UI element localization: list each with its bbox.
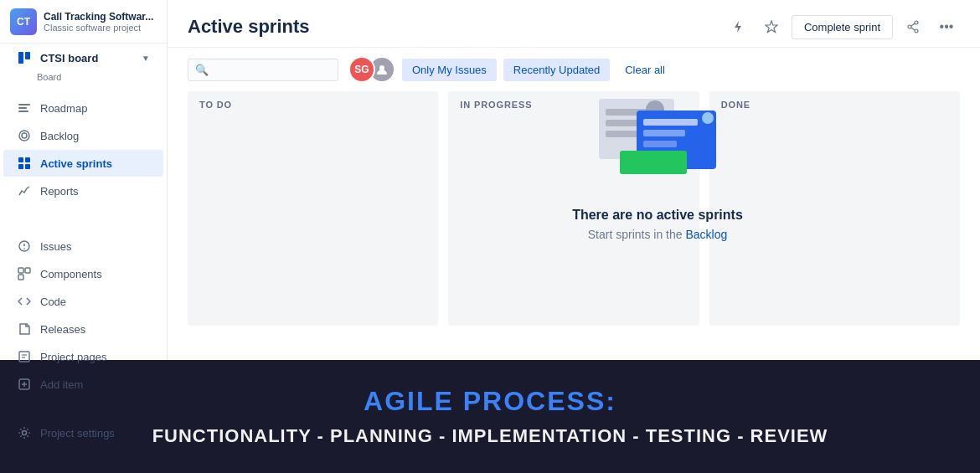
only-my-issues-button[interactable]: Only My Issues	[402, 59, 497, 81]
issues-icon	[17, 239, 32, 254]
svg-rect-14	[18, 268, 23, 273]
app-name: Call Tracking Softwar...	[44, 11, 157, 23]
svg-rect-8	[25, 157, 30, 162]
sidebar-item-add-item[interactable]: Add item	[3, 371, 163, 398]
svg-line-29	[911, 23, 915, 26]
board: TO DO IN PROGRESS DONE	[168, 91, 980, 360]
sidebar-item-reports[interactable]: Reports	[3, 177, 163, 204]
svg-point-23	[23, 431, 27, 435]
column-body-done	[709, 118, 960, 326]
svg-rect-10	[25, 164, 30, 169]
board-chevron-icon: ▼	[142, 54, 150, 63]
banner-title: AGILE PROCESS:	[364, 386, 616, 417]
avatar-sg[interactable]: SG	[348, 56, 375, 83]
share-icon-btn[interactable]	[900, 13, 926, 40]
project-settings-label: Project settings	[40, 427, 115, 440]
sidebar-item-roadmap[interactable]: Roadmap	[3, 95, 163, 121]
toolbar: 🔍 SG Only My Issues Recently Updated Cle…	[168, 48, 980, 91]
components-icon	[17, 266, 32, 281]
page-title: Active sprints	[188, 16, 310, 38]
sidebar-item-components[interactable]: Components	[3, 260, 163, 287]
project-pages-icon	[17, 349, 32, 364]
sidebar-item-code[interactable]: Code	[3, 288, 163, 315]
svg-marker-25	[766, 21, 777, 33]
sidebar-header: CT Call Tracking Softwar... Classic soft…	[0, 0, 167, 44]
sidebar-item-releases[interactable]: Releases	[3, 316, 163, 342]
components-label: Components	[40, 268, 102, 280]
board-column-done: DONE	[709, 91, 960, 326]
clear-all-button[interactable]: Clear all	[616, 59, 673, 81]
svg-rect-4	[18, 111, 28, 112]
sidebar-item-issues[interactable]: Issues	[3, 233, 163, 260]
code-label: Code	[40, 296, 66, 308]
svg-point-27	[908, 25, 911, 28]
banner-subtitle: FUNCTIONALITY - PLANNING - IMPLEMENTATIO…	[152, 425, 828, 447]
ellipsis-icon: •••	[940, 19, 954, 34]
active-sprints-icon	[17, 156, 32, 171]
svg-marker-24	[735, 21, 741, 33]
sidebar-nav: Roadmap Backlog Active sprints Reports	[0, 87, 167, 212]
search-input[interactable]	[212, 64, 331, 76]
recently-updated-button[interactable]: Recently Updated	[503, 59, 610, 81]
backlog-label: Backlog	[40, 130, 79, 142]
releases-icon	[17, 321, 32, 337]
svg-rect-7	[18, 157, 23, 162]
reports-icon	[17, 183, 32, 198]
svg-rect-16	[18, 275, 23, 280]
column-body-todo	[188, 118, 438, 326]
sidebar-item-backlog[interactable]: Backlog	[3, 122, 163, 149]
issues-label: Issues	[40, 240, 72, 253]
svg-point-28	[915, 29, 918, 33]
board-column-inprogress: IN PROGRESS	[448, 91, 699, 326]
app-icon: CT	[10, 8, 37, 35]
board-icon	[17, 50, 32, 65]
main-header: Active sprints Complete sprint •••	[168, 0, 980, 48]
svg-rect-1	[25, 52, 30, 59]
header-actions: Complete sprint •••	[725, 13, 960, 40]
code-icon	[17, 294, 32, 309]
sidebar-nav-2: Issues Components Code Releases Project …	[0, 225, 167, 405]
sidebar-board[interactable]: CTSI board ▼	[3, 44, 163, 71]
sidebar-item-project-pages[interactable]: Project pages	[3, 343, 163, 370]
sidebar: CT Call Tracking Softwar... Classic soft…	[0, 0, 168, 360]
svg-rect-17	[19, 352, 29, 362]
search-box[interactable]: 🔍	[188, 59, 338, 81]
svg-line-30	[911, 28, 915, 30]
svg-rect-0	[18, 52, 23, 64]
releases-label: Releases	[40, 323, 85, 336]
svg-rect-3	[18, 107, 27, 109]
svg-point-5	[19, 131, 29, 141]
roadmap-icon	[17, 100, 32, 116]
star-icon-btn[interactable]	[758, 13, 785, 40]
more-options-icon-btn[interactable]: •••	[933, 13, 960, 40]
add-item-icon	[17, 377, 32, 392]
svg-point-13	[23, 248, 25, 249]
roadmap-label: Roadmap	[40, 102, 87, 115]
bolt-icon-btn[interactable]	[725, 13, 751, 40]
svg-point-26	[915, 21, 918, 24]
board-label: CTSI board	[40, 52, 98, 64]
column-header-todo: TO DO	[188, 91, 438, 118]
column-header-done: DONE	[709, 91, 960, 118]
backlog-icon	[17, 128, 32, 143]
sidebar-item-active-sprints[interactable]: Active sprints	[3, 150, 163, 177]
sidebar-app-info: Call Tracking Softwar... Classic softwar…	[44, 11, 157, 33]
sidebar-item-project-settings[interactable]: Project settings	[3, 419, 163, 446]
app-sub: Classic software project	[44, 23, 157, 33]
svg-rect-15	[25, 268, 30, 273]
column-body-inprogress	[448, 118, 699, 326]
svg-rect-9	[18, 164, 23, 169]
active-sprints-label: Active sprints	[40, 157, 112, 170]
add-item-label: Add item	[40, 378, 83, 391]
search-icon: 🔍	[195, 64, 209, 76]
project-pages-label: Project pages	[40, 351, 107, 363]
column-header-inprogress: IN PROGRESS	[448, 91, 699, 118]
reports-label: Reports	[40, 185, 79, 198]
board-sub: Board	[0, 72, 167, 87]
avatar-group: SG	[348, 56, 395, 83]
svg-point-6	[22, 133, 27, 138]
complete-sprint-button[interactable]: Complete sprint	[792, 15, 893, 39]
svg-rect-2	[18, 104, 30, 105]
settings-icon	[17, 425, 32, 440]
board-column-todo: TO DO	[188, 91, 438, 326]
